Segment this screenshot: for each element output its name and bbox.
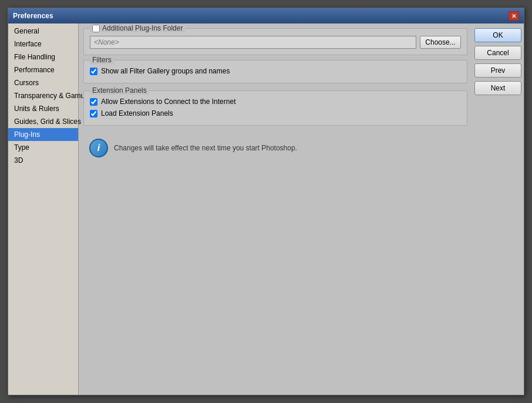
title-bar: Preferences ✕ xyxy=(8,8,524,23)
sidebar-item-3d[interactable]: 3D xyxy=(8,154,78,167)
info-icon: i xyxy=(89,139,108,157)
sidebar-item-interface[interactable]: Interface xyxy=(8,38,78,51)
preferences-window: Preferences ✕ General Interface File Han… xyxy=(8,8,524,395)
additional-folder-group: Additional Plug-Ins Folder Choose... xyxy=(83,28,467,55)
sidebar-item-general[interactable]: General xyxy=(8,25,78,38)
main-content: Additional Plug-Ins Folder Choose... Fil… xyxy=(79,23,524,395)
close-button[interactable]: ✕ xyxy=(509,11,519,21)
filters-group: Filters Show all Filter Gallery groups a… xyxy=(83,60,467,83)
show-all-checkbox[interactable] xyxy=(90,68,97,75)
sidebar-item-performance[interactable]: Performance xyxy=(8,63,78,76)
extension-panels-label: Extension Panels xyxy=(90,86,149,95)
additional-folder-checkbox[interactable] xyxy=(92,25,100,32)
load-extension-checkbox[interactable] xyxy=(90,110,97,117)
prev-button[interactable]: Prev xyxy=(474,63,521,78)
allow-extensions-row: Allow Extensions to Connect to the Inter… xyxy=(90,96,461,108)
sidebar-item-units[interactable]: Units & Rulers xyxy=(8,102,78,115)
additional-folder-label: Additional Plug-Ins Folder xyxy=(90,24,185,32)
sidebar-item-cursors[interactable]: Cursors xyxy=(8,76,78,89)
window-title: Preferences xyxy=(13,12,53,20)
load-extension-row: Load Extension Panels xyxy=(90,108,461,119)
allow-extensions-label[interactable]: Allow Extensions to Connect to the Inter… xyxy=(101,98,235,106)
show-all-filter-row: Show all Filter Gallery groups and names xyxy=(90,65,461,77)
filters-label: Filters xyxy=(90,56,114,64)
choose-button[interactable]: Choose... xyxy=(420,36,461,49)
info-message-text: Changes will take effect the next time y… xyxy=(114,144,297,152)
panel-content: Additional Plug-Ins Folder Choose... Fil… xyxy=(79,23,472,395)
sidebar: General Interface File Handling Performa… xyxy=(8,23,79,395)
folder-row: Choose... xyxy=(90,36,461,49)
sidebar-item-transparency[interactable]: Transparency & Gamut xyxy=(8,89,78,102)
info-message-area: i Changes will take effect the next time… xyxy=(83,133,467,163)
extension-panels-group: Extension Panels Allow Extensions to Con… xyxy=(83,90,467,126)
sidebar-item-file-handling[interactable]: File Handling xyxy=(8,51,78,63)
sidebar-item-plug-ins[interactable]: Plug-Ins xyxy=(8,128,78,141)
title-bar-controls: ✕ xyxy=(509,11,519,21)
next-button[interactable]: Next xyxy=(474,81,521,95)
load-extension-label[interactable]: Load Extension Panels xyxy=(101,109,173,117)
show-all-filter-label[interactable]: Show all Filter Gallery groups and names xyxy=(101,67,230,75)
right-buttons-panel: OK Cancel Prev Next xyxy=(472,23,524,395)
folder-path-input[interactable] xyxy=(90,36,416,49)
content-area: General Interface File Handling Performa… xyxy=(8,23,524,395)
allow-extensions-checkbox[interactable] xyxy=(90,98,97,106)
ok-button[interactable]: OK xyxy=(474,28,521,42)
cancel-button[interactable]: Cancel xyxy=(474,46,521,60)
sidebar-item-guides[interactable]: Guides, Grid & Slices xyxy=(8,115,78,128)
sidebar-item-type[interactable]: Type xyxy=(8,141,78,154)
